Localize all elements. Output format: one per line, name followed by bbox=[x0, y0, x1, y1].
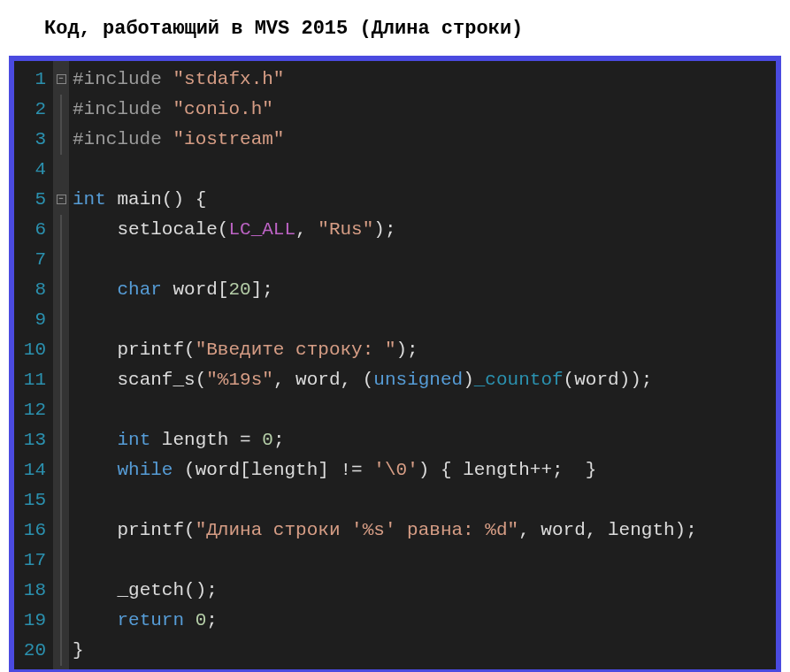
code-line bbox=[73, 395, 769, 425]
line-number: 17 bbox=[18, 546, 46, 576]
code-token: int bbox=[73, 189, 106, 210]
code-token: "Длина строки '%s' равна: %d" bbox=[196, 520, 518, 540]
code-token: word bbox=[173, 279, 217, 300]
code-token: return bbox=[117, 610, 184, 630]
code-token: while bbox=[117, 460, 173, 480]
code-token bbox=[73, 460, 117, 480]
code-token: main bbox=[117, 189, 161, 210]
code-token bbox=[73, 520, 117, 540]
line-number: 1 bbox=[18, 65, 46, 95]
code-token: ( bbox=[218, 219, 229, 240]
line-number-gutter: 1234567891011121314151617181920 bbox=[14, 61, 53, 669]
fold-column: −− bbox=[53, 61, 69, 669]
code-line: scanf_s("%19s", word, (unsigned)_countof… bbox=[73, 365, 769, 395]
code-token bbox=[173, 460, 184, 480]
line-number: 5 bbox=[18, 185, 46, 215]
code-token bbox=[73, 370, 117, 390]
code-token: char bbox=[117, 279, 161, 300]
document-title: Код, работающий в MVS 2015 (Длина строки… bbox=[9, 18, 781, 56]
code-token: "conio.h" bbox=[173, 99, 272, 119]
code-token bbox=[106, 189, 118, 210]
code-line: return 0; bbox=[73, 606, 769, 636]
line-number: 13 bbox=[18, 425, 46, 455]
code-token: word bbox=[295, 370, 340, 390]
code-line: #include "iostream" bbox=[73, 125, 769, 155]
code-token: unsigned bbox=[373, 370, 463, 390]
line-number: 2 bbox=[18, 95, 46, 125]
code-line: } bbox=[73, 636, 769, 666]
code-token: setlocale bbox=[117, 219, 217, 240]
fold-cell bbox=[53, 275, 69, 305]
code-token: int bbox=[117, 430, 150, 450]
line-number: 8 bbox=[18, 275, 46, 305]
code-token: "Rus" bbox=[318, 219, 373, 240]
code-line: #include "conio.h" bbox=[73, 95, 769, 125]
code-token bbox=[73, 340, 117, 360]
code-token: length bbox=[608, 520, 675, 540]
fold-guide-line bbox=[61, 245, 62, 275]
code-token: word bbox=[574, 370, 618, 390]
line-number: 11 bbox=[18, 365, 46, 395]
code-token: , bbox=[518, 520, 541, 540]
code-token: _countof bbox=[474, 370, 564, 390]
fold-guide-line bbox=[61, 576, 62, 606]
code-line: printf("Введите строку: "); bbox=[73, 335, 769, 365]
code-token: printf bbox=[117, 520, 184, 540]
code-token: word bbox=[196, 460, 240, 480]
code-token: ] != bbox=[318, 460, 373, 480]
code-token bbox=[162, 279, 173, 300]
code-token: length bbox=[162, 430, 229, 450]
fold-cell bbox=[53, 365, 69, 395]
line-number: 18 bbox=[18, 576, 46, 606]
code-token: )); bbox=[619, 370, 653, 390]
code-line bbox=[73, 546, 769, 576]
code-line: printf("Длина строки '%s' равна: %d", wo… bbox=[73, 515, 769, 546]
fold-guide-line bbox=[61, 335, 62, 365]
code-line: _getch(); bbox=[73, 576, 769, 606]
code-token: ; bbox=[273, 430, 285, 450]
fold-guide-line bbox=[61, 365, 62, 395]
code-token: ( bbox=[196, 370, 207, 390]
code-token: [ bbox=[240, 460, 251, 480]
fold-cell bbox=[53, 455, 69, 485]
code-token: word bbox=[541, 520, 585, 540]
code-line: int length = 0; bbox=[73, 425, 769, 455]
fold-guide-line bbox=[61, 275, 62, 305]
fold-cell bbox=[53, 515, 69, 546]
fold-guide-line bbox=[61, 125, 62, 155]
fold-cell bbox=[53, 485, 69, 515]
line-number: 12 bbox=[18, 395, 46, 425]
code-token: #include bbox=[73, 129, 162, 149]
code-token: [ bbox=[218, 279, 229, 300]
code-token: #include bbox=[73, 99, 162, 119]
code-token bbox=[73, 430, 117, 450]
line-number: 14 bbox=[18, 455, 46, 485]
code-token: ]; bbox=[251, 279, 273, 300]
fold-cell: − bbox=[53, 65, 69, 95]
code-token: LC_ALL bbox=[228, 219, 295, 240]
code-line bbox=[73, 155, 769, 185]
code-token: , ( bbox=[341, 370, 374, 390]
code-token: ( bbox=[184, 460, 196, 480]
code-token: length bbox=[463, 460, 530, 480]
code-token: "stdafx.h" bbox=[173, 69, 284, 89]
code-line: while (word[length] != '\0') { length++;… bbox=[73, 455, 769, 485]
line-number: 15 bbox=[18, 485, 46, 515]
fold-cell bbox=[53, 576, 69, 606]
fold-cell: − bbox=[53, 185, 69, 215]
code-token bbox=[73, 610, 117, 630]
fold-toggle-icon[interactable]: − bbox=[57, 195, 66, 204]
code-token: } bbox=[586, 460, 597, 480]
line-number: 6 bbox=[18, 215, 46, 245]
code-token bbox=[162, 99, 173, 119]
fold-toggle-icon[interactable]: − bbox=[57, 74, 66, 84]
code-token: = bbox=[228, 430, 262, 450]
fold-cell bbox=[53, 305, 69, 335]
fold-guide-line bbox=[61, 305, 62, 335]
code-token: "iostream" bbox=[173, 129, 284, 149]
fold-cell bbox=[53, 636, 69, 666]
code-token: "%19s" bbox=[206, 370, 273, 390]
line-number: 4 bbox=[18, 155, 46, 185]
code-line bbox=[73, 485, 769, 515]
code-token: ++; bbox=[530, 460, 586, 480]
